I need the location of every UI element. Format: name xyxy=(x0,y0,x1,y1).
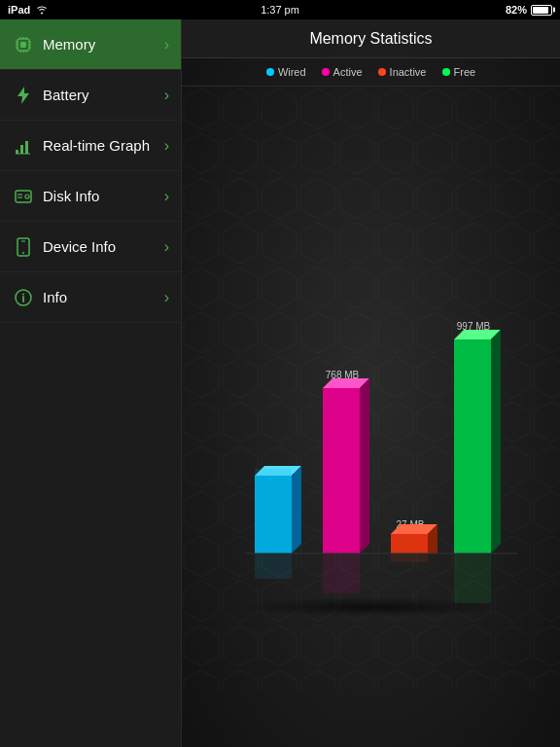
legend-label-inactive: Inactive xyxy=(390,66,427,78)
svg-rect-15 xyxy=(16,150,18,154)
chart-area: 192 MB 768 MB 27 MB xyxy=(182,87,560,690)
sidebar-label-memory: Memory xyxy=(43,36,164,53)
page-title: Memory Statistics xyxy=(309,30,432,48)
legend-label-free: Free xyxy=(454,66,476,78)
legend-item-free: Free xyxy=(442,66,476,78)
svg-rect-49 xyxy=(454,554,491,603)
svg-rect-35 xyxy=(255,469,292,478)
chevron-icon-battery: › xyxy=(164,87,169,104)
svg-point-25 xyxy=(22,252,24,254)
device-icon xyxy=(12,235,35,259)
legend-item-inactive: Inactive xyxy=(378,66,427,78)
free-dot xyxy=(442,68,450,76)
svg-marker-38 xyxy=(360,378,369,553)
svg-point-28 xyxy=(22,293,24,295)
sidebar: Memory › Battery › Real-time Graph xyxy=(0,19,182,747)
chevron-icon-realtime: › xyxy=(164,137,169,155)
svg-point-20 xyxy=(25,195,29,198)
status-time: 1:37 pm xyxy=(261,4,299,16)
bolt-icon xyxy=(12,84,35,107)
disk-icon xyxy=(12,185,35,208)
legend-item-active: Active xyxy=(322,66,363,78)
sidebar-label-info: Info xyxy=(43,289,164,305)
status-right: 82% xyxy=(506,4,552,16)
legend-label-active: Active xyxy=(333,66,363,78)
svg-rect-42 xyxy=(454,339,491,553)
sidebar-item-device[interactable]: Device Info › xyxy=(0,222,181,272)
sidebar-item-info[interactable]: Info › xyxy=(0,272,181,323)
bars-svg: 192 MB 768 MB 27 MB xyxy=(245,301,498,631)
legend-item-wired: Wired xyxy=(266,66,306,78)
battery-icon xyxy=(531,5,552,16)
svg-rect-17 xyxy=(25,141,28,154)
svg-rect-16 xyxy=(20,145,23,154)
svg-marker-14 xyxy=(18,87,29,104)
graph-icon xyxy=(12,134,35,158)
svg-rect-36 xyxy=(323,388,360,553)
battery-percent: 82% xyxy=(506,4,527,16)
svg-marker-44 xyxy=(491,330,501,553)
sidebar-item-disk[interactable]: Disk Info › xyxy=(0,171,181,222)
sidebar-label-realtime: Real-time Graph xyxy=(43,137,164,154)
inactive-dot xyxy=(378,68,386,76)
sidebar-item-memory[interactable]: Memory › xyxy=(0,19,181,70)
sidebar-label-battery: Battery xyxy=(43,87,164,103)
svg-rect-48 xyxy=(391,554,428,562)
chevron-icon-device: › xyxy=(164,238,169,256)
chevron-icon-disk: › xyxy=(164,188,169,205)
chart-legend: Wired Active Inactive Free xyxy=(182,58,560,87)
active-dot xyxy=(322,68,330,76)
title-bar: Memory Statistics xyxy=(182,19,560,58)
wired-dot xyxy=(266,68,274,76)
app-container: Memory › Battery › Real-time Graph xyxy=(0,19,560,747)
chevron-icon-info: › xyxy=(164,289,169,306)
svg-rect-39 xyxy=(391,534,428,553)
status-left: iPad xyxy=(8,4,49,16)
sidebar-label-device: Device Info xyxy=(43,238,164,255)
svg-marker-34 xyxy=(292,466,301,553)
sidebar-label-disk: Disk Info xyxy=(43,188,164,204)
chip-icon xyxy=(12,33,35,56)
wifi-icon xyxy=(35,5,49,15)
main-content: Memory Statistics Wired Active Inactive … xyxy=(182,19,560,747)
svg-rect-31 xyxy=(255,476,292,553)
sidebar-item-realtime[interactable]: Real-time Graph › xyxy=(0,121,181,171)
device-label: iPad xyxy=(8,4,30,16)
status-bar: iPad 1:37 pm 82% xyxy=(0,0,560,19)
info-icon xyxy=(12,286,35,309)
svg-rect-1 xyxy=(20,42,26,48)
svg-rect-47 xyxy=(323,554,360,593)
sidebar-item-battery[interactable]: Battery › xyxy=(0,70,181,121)
legend-label-wired: Wired xyxy=(278,66,306,78)
chevron-icon-memory: › xyxy=(164,36,169,53)
svg-rect-46 xyxy=(255,554,292,579)
